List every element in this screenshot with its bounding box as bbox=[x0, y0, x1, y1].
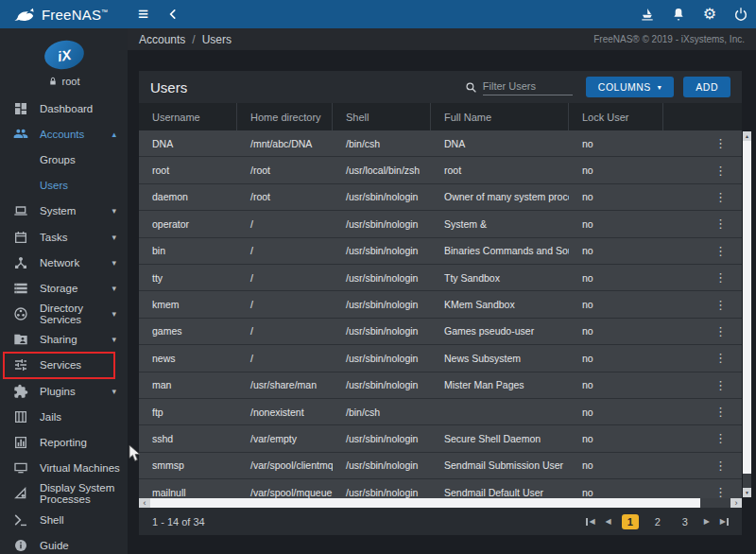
cell-full-name: Binaries Commands and Source bbox=[431, 245, 569, 256]
scroll-right-icon[interactable]: › bbox=[730, 498, 742, 508]
horizontal-scrollbar[interactable]: ‹ › bbox=[139, 498, 742, 508]
table-body: DNA /mnt/abc/DNA /bin/csh DNA no ⋮ root … bbox=[139, 130, 742, 498]
scroll-down-icon[interactable]: ▼ bbox=[743, 488, 751, 497]
cell-shell: /bin/csh bbox=[333, 138, 431, 149]
power-icon[interactable] bbox=[733, 7, 748, 22]
table-row: ftp /nonexistent /bin/csh no ⋮ bbox=[139, 399, 742, 425]
col-header-actions bbox=[663, 103, 742, 130]
filter-group bbox=[465, 78, 573, 95]
cell-username: operator bbox=[139, 218, 237, 230]
sidebar-item-shell[interactable]: Shell bbox=[0, 507, 128, 532]
row-kebab-menu-icon[interactable]: ⋮ bbox=[714, 217, 727, 230]
cell-full-name: Sendmail Default User bbox=[431, 487, 569, 498]
sidebar-item-label: Display System Processes bbox=[40, 482, 128, 505]
cell-lock-user: no bbox=[569, 245, 663, 256]
col-header-lock-user: Lock User bbox=[569, 103, 663, 130]
users-card: Users COLUMNS▾ ADD Username Home directo… bbox=[139, 71, 742, 535]
first-page-icon[interactable]: ◀ bbox=[586, 517, 594, 526]
row-kebab-menu-icon[interactable]: ⋮ bbox=[714, 459, 727, 472]
sidebar-item-virtual-machines[interactable]: Virtual Machines bbox=[0, 456, 128, 481]
page-number-button-3[interactable]: 3 bbox=[677, 514, 694, 529]
sidebar-item-sharing[interactable]: Sharing ▾ bbox=[0, 327, 128, 353]
horizontal-scrollbar-thumb[interactable] bbox=[150, 498, 700, 508]
row-kebab-menu-icon[interactable]: ⋮ bbox=[714, 379, 727, 391]
sidebar-item-services[interactable]: Services bbox=[0, 353, 128, 378]
cell-username: smmsp bbox=[139, 459, 237, 471]
notifications-bell-icon[interactable] bbox=[671, 7, 686, 22]
cell-lock-user: no bbox=[569, 299, 663, 310]
row-kebab-menu-icon[interactable]: ⋮ bbox=[714, 245, 727, 257]
cell-full-name: News Subsystem bbox=[431, 353, 569, 364]
table-row: tty / /usr/sbin/nologin Tty Sandbox no ⋮ bbox=[139, 265, 742, 291]
vertical-scrollbar-thumb[interactable] bbox=[743, 141, 751, 474]
row-kebab-menu-icon[interactable]: ⋮ bbox=[714, 164, 727, 177]
sidebar-item-accounts[interactable]: Accounts ▴ bbox=[0, 121, 128, 147]
sidebar-item-directory-services[interactable]: Directory Services ▾ bbox=[0, 302, 128, 327]
row-kebab-menu-icon[interactable]: ⋮ bbox=[714, 325, 727, 338]
row-kebab-menu-icon[interactable]: ⋮ bbox=[714, 352, 727, 364]
last-page-icon[interactable]: ▶ bbox=[720, 517, 729, 526]
cell-shell: /usr/local/bin/zsh bbox=[333, 164, 431, 176]
cell-home-directory: /root bbox=[237, 164, 333, 176]
table-row: news / /usr/sbin/nologin News Subsystem … bbox=[139, 345, 742, 372]
cell-full-name: Mister Man Pages bbox=[431, 379, 569, 390]
ship-update-icon[interactable] bbox=[640, 7, 655, 22]
previous-page-icon[interactable]: ◀ bbox=[606, 517, 611, 526]
cell-lock-user: no bbox=[569, 459, 663, 471]
scroll-up-icon[interactable]: ▲ bbox=[743, 131, 751, 141]
hamburger-menu-icon[interactable]: ≡ bbox=[138, 0, 148, 28]
sidebar-item-plugins[interactable]: Plugins ▾ bbox=[0, 378, 128, 404]
cell-shell: /usr/sbin/nologin bbox=[333, 325, 431, 337]
chevron-icon: ▾ bbox=[112, 387, 116, 396]
col-header-home-directory: Home directory bbox=[237, 103, 333, 130]
cell-lock-user: no bbox=[569, 407, 663, 418]
sidebar-item-reporting[interactable]: Reporting bbox=[0, 429, 128, 455]
vertical-scrollbar[interactable]: ▲ ▼ bbox=[743, 131, 751, 497]
sidebar-item-groups[interactable]: Groups bbox=[0, 147, 128, 172]
cell-username: ftp bbox=[139, 407, 237, 418]
cell-home-directory: /usr/share/man bbox=[237, 379, 333, 390]
sidebar-item-users[interactable]: Users bbox=[0, 173, 128, 199]
cell-full-name: Tty Sandbox bbox=[431, 272, 569, 284]
filter-users-input[interactable] bbox=[483, 78, 573, 95]
sidebar-item-label: Shell bbox=[40, 514, 64, 526]
page-number-button-1[interactable]: 1 bbox=[622, 514, 639, 529]
dashboard-icon bbox=[13, 101, 28, 116]
table-header-row: Username Home directory Shell Full Name … bbox=[139, 103, 742, 130]
row-kebab-menu-icon[interactable]: ⋮ bbox=[714, 191, 727, 203]
sidebar-item-storage[interactable]: Storage ▾ bbox=[0, 275, 128, 301]
sidebar-item-jails[interactable]: Jails bbox=[0, 404, 128, 429]
table-row: smmsp /var/spool/clientmqueue /usr/sbin/… bbox=[139, 453, 742, 479]
back-chevron-icon[interactable] bbox=[166, 0, 180, 28]
cell-lock-user: no bbox=[569, 325, 663, 337]
sidebar-item-tasks[interactable]: Tasks ▾ bbox=[0, 224, 128, 250]
next-page-icon[interactable]: ▶ bbox=[704, 517, 710, 526]
table-row: DNA /mnt/abc/DNA /bin/csh DNA no ⋮ bbox=[139, 130, 742, 157]
sidebar-item-system[interactable]: System ▾ bbox=[0, 199, 128, 224]
col-header-shell: Shell bbox=[333, 103, 431, 130]
sidebar-item-dashboard[interactable]: Dashboard bbox=[0, 95, 128, 121]
settings-gear-icon[interactable]: ⚙ bbox=[702, 7, 717, 22]
breadcrumb-accounts[interactable]: Accounts bbox=[139, 33, 185, 46]
row-kebab-menu-icon[interactable]: ⋮ bbox=[714, 406, 727, 418]
cell-username: root bbox=[139, 164, 237, 176]
chevron-icon: ▾ bbox=[112, 335, 116, 344]
row-kebab-menu-icon[interactable]: ⋮ bbox=[714, 137, 727, 149]
add-button[interactable]: ADD bbox=[683, 77, 730, 97]
sidebar-item-guide[interactable]: Guide bbox=[0, 532, 128, 554]
cell-home-directory: / bbox=[237, 272, 333, 284]
copyright-text: FreeNAS® © 2019 - iXsystems, Inc. bbox=[593, 34, 745, 44]
sidebar-item-network[interactable]: Network ▾ bbox=[0, 250, 128, 275]
row-kebab-menu-icon[interactable]: ⋮ bbox=[714, 271, 727, 284]
cell-full-name: Secure Shell Daemon bbox=[431, 433, 569, 444]
scroll-left-icon[interactable]: ‹ bbox=[139, 498, 150, 508]
page-number-button-2[interactable]: 2 bbox=[649, 514, 666, 529]
row-kebab-menu-icon[interactable]: ⋮ bbox=[714, 432, 727, 444]
columns-button[interactable]: COLUMNS▾ bbox=[586, 77, 675, 97]
cell-shell: /bin/csh bbox=[333, 407, 431, 418]
storage-icon bbox=[13, 281, 28, 296]
tune-icon bbox=[13, 357, 28, 372]
row-kebab-menu-icon[interactable]: ⋮ bbox=[714, 299, 727, 311]
row-kebab-menu-icon[interactable]: ⋮ bbox=[714, 486, 727, 498]
sidebar-item-display-system-processes[interactable]: Display System Processes bbox=[0, 481, 128, 507]
